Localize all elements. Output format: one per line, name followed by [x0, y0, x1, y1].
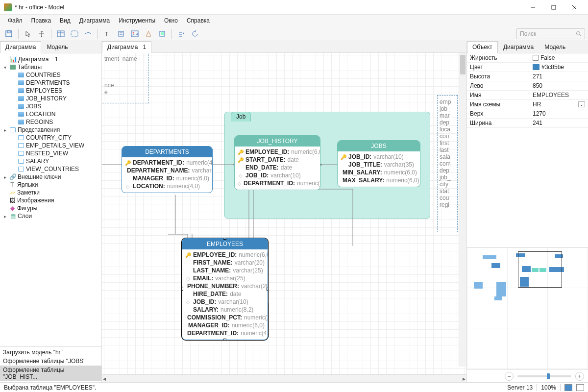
zoom-bar: − + — [467, 369, 588, 382]
menu-edit[interactable]: Правка — [27, 16, 55, 25]
window-controls — [523, 0, 584, 14]
app-icon — [4, 3, 12, 11]
folder-icon — [9, 64, 16, 71]
history-item[interactable]: Загрузить модель "hr" — [0, 348, 101, 357]
tree-table-item[interactable]: DEPARTMENTS — [0, 79, 101, 87]
tree-labels[interactable]: Ярлыки — [17, 181, 38, 188]
tree-images[interactable]: Изображения — [17, 197, 54, 204]
tab-diagram-r[interactable]: Диаграмма — [498, 41, 539, 53]
refresh-icon[interactable] — [189, 28, 201, 40]
sync-icon[interactable] — [175, 28, 187, 40]
menu-view[interactable]: Вид — [56, 16, 74, 25]
minimap[interactable] — [467, 247, 588, 369]
entity-fragment-right[interactable]: empjob_mardeplocacoufirstlastsalacomdepj… — [437, 95, 458, 232]
shape-icon[interactable] — [143, 28, 154, 40]
tree-notes[interactable]: Заметки — [17, 189, 40, 196]
image-tree-icon: 🖼 — [9, 197, 16, 204]
tree-table-item[interactable]: JOB_HISTORY — [0, 95, 101, 102]
entity-employees[interactable]: EMPLOYEES 🔑EMPLOYEE_ID: numeric(6,0)FIRS… — [182, 238, 268, 340]
entity-title: DEPARTMENTS — [122, 147, 212, 157]
fkey-icon: 🔗 — [9, 173, 16, 180]
layers-icon: ▤ — [9, 213, 16, 220]
window-title: * hr - office - Model — [15, 4, 64, 11]
property-row[interactable]: ИмяEMPLOYEES — [467, 91, 588, 100]
tree-table-item[interactable]: COUNTRIES — [0, 71, 101, 79]
tree-view-item[interactable]: VIEW_COUNTRIES — [0, 165, 101, 173]
minimize-button[interactable] — [523, 0, 543, 14]
image-icon[interactable] — [129, 28, 141, 40]
menu-help[interactable]: Справка — [183, 16, 214, 25]
tree-view-item[interactable]: SALARY — [0, 157, 101, 165]
status-message: Выбрана таблица "EMPLOYEES". — [4, 384, 96, 391]
zoom-out-button[interactable]: − — [505, 372, 514, 381]
entity-job-history[interactable]: JOB_HISTORY 🔑EMPLOYEE_ID: numeric(6,0)🔑S… — [234, 135, 320, 190]
tab-model-r[interactable]: Модель — [539, 41, 571, 53]
property-row[interactable]: Высота271 — [467, 72, 588, 81]
table-icon[interactable] — [55, 28, 67, 40]
tab-object[interactable]: Объект — [467, 41, 498, 53]
tree-layers[interactable]: Слои — [18, 213, 32, 220]
property-row[interactable]: Верх1270 — [467, 109, 588, 119]
pan-icon[interactable] — [36, 28, 48, 40]
menu-tools[interactable]: Инструменты — [115, 16, 159, 25]
svg-rect-11 — [119, 31, 123, 36]
entity-title: EMPLOYEES — [182, 239, 268, 249]
tab-model[interactable]: Модель — [41, 41, 73, 53]
note-icon: ▱ — [9, 189, 16, 196]
property-grid[interactable]: Жирность FalseЦвет #3c85beВысота271Лево8… — [467, 53, 588, 128]
tree[interactable]: 📊Диаграмма 1 ▾Таблицы COUNTRIESDEPARTMEN… — [0, 53, 101, 346]
close-button[interactable] — [564, 0, 584, 14]
status-zoom: 100% — [541, 384, 556, 391]
canvas-tab[interactable]: Диаграмма 1 — [102, 41, 151, 53]
tree-views[interactable]: Представления — [18, 126, 60, 133]
tree-tables[interactable]: Таблицы — [18, 64, 42, 71]
expand-icon[interactable]: ▸ — [2, 127, 8, 133]
svg-rect-4 — [6, 31, 12, 37]
scrollbar-horizontal[interactable]: ◂▸ — [102, 374, 466, 382]
menu-diagram[interactable]: Диаграмма — [75, 16, 114, 25]
save-icon[interactable] — [3, 28, 15, 40]
canvas[interactable]: tment_name nce e empjob_mardeplocacoufir… — [102, 53, 466, 374]
property-row[interactable]: Цвет #3c85be — [467, 63, 588, 72]
tree-fkeys[interactable]: Внешние ключи — [18, 173, 61, 180]
property-row[interactable]: Ширина241 — [467, 119, 588, 128]
entity-departments[interactable]: DEPARTMENTS 🔑DEPARTMENT_ID: numeric(4,0)… — [122, 146, 213, 193]
history-item[interactable]: Оформление таблицы "JOB_HIST... — [0, 366, 101, 381]
layout-icon[interactable] — [564, 384, 572, 391]
history-item[interactable]: Оформление таблицы "JOBS" — [0, 357, 101, 366]
entity-jobs[interactable]: JOBS 🔑JOB_ID: varchar(10)JOB_TITLE: varc… — [337, 140, 420, 187]
search-input[interactable]: Поиск — [516, 28, 585, 39]
tree-table-item[interactable]: EMPLOYEES — [0, 87, 101, 95]
tree-diagram[interactable]: Диаграмма — [18, 56, 49, 63]
pointer-icon[interactable] — [22, 28, 34, 40]
svg-point-15 — [133, 32, 134, 33]
zoom-in-button[interactable]: + — [575, 372, 584, 381]
search-placeholder: Поиск — [520, 30, 536, 37]
toolbar: T Поиск — [0, 26, 588, 41]
note-icon[interactable] — [115, 28, 127, 40]
maximize-button[interactable] — [544, 0, 564, 14]
scrollbar-vertical[interactable] — [459, 53, 466, 367]
menu-file[interactable]: Файл — [4, 16, 26, 25]
tree-view-item[interactable]: EMP_DETAILS_VIEW — [0, 142, 101, 149]
tree-table-item[interactable]: JOBS — [0, 102, 101, 110]
collapse-icon[interactable]: ▾ — [2, 65, 8, 70]
group-icon[interactable] — [156, 28, 168, 40]
tree-view-item[interactable]: COUNTRY_CITY — [0, 134, 101, 142]
layout-icon[interactable] — [576, 384, 584, 391]
entity-title: JOB_HISTORY — [235, 136, 320, 147]
relation-icon[interactable] — [82, 28, 94, 40]
property-row[interactable]: Имя схемыHR ⌄ — [467, 100, 588, 109]
entity-fragment[interactable]: tment_name nce e — [102, 53, 149, 103]
tab-diagram[interactable]: Диаграмма — [0, 41, 41, 53]
menu-window[interactable]: Окно — [160, 16, 182, 25]
zoom-slider[interactable] — [517, 375, 571, 377]
view-icon[interactable] — [69, 28, 80, 40]
tree-view-item[interactable]: NESTED_VIEW — [0, 149, 101, 157]
property-row[interactable]: Лево850 — [467, 81, 588, 91]
tree-shapes[interactable]: Фигуры — [17, 205, 37, 212]
text-icon[interactable]: T — [101, 28, 113, 40]
tree-table-item[interactable]: REGOINS — [0, 118, 101, 126]
tree-table-item[interactable]: LOCATION — [0, 110, 101, 118]
property-row[interactable]: Жирность False — [467, 53, 588, 63]
